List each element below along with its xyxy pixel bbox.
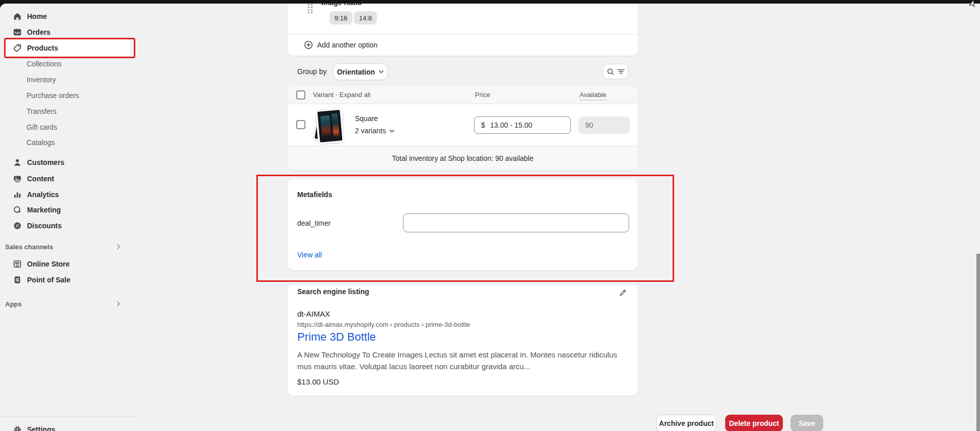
sidebar-item-label: Marketing [27, 206, 61, 214]
variants-table: Variant · Expand all Price Available Squ… [288, 86, 638, 170]
chevron-down-icon [378, 69, 384, 75]
save-button[interactable]: Save [791, 415, 823, 431]
search-filter-button[interactable] [603, 64, 628, 79]
chevron-right-icon [115, 301, 122, 307]
option-value-chip[interactable]: 9:16 [329, 11, 352, 25]
seo-card: Search engine listing dt-AIMAX https://d… [288, 284, 638, 396]
sidebar-item-online-store[interactable]: Online Store [4, 256, 131, 272]
sidebar-item-label: Online Store [27, 260, 69, 268]
variant-thumbnail[interactable] [313, 108, 347, 146]
sidebar-item-collections[interactable]: Collections [4, 56, 131, 71]
sidebar-item-label: Home [27, 12, 47, 20]
sidebar-item-analytics[interactable]: Analytics [4, 186, 131, 202]
option-title: Image Ratio [321, 4, 362, 7]
sidebar-item-label: Collections [27, 60, 61, 68]
inventory-total-footer: Total inventory at Shop location: 90 ava… [288, 146, 638, 170]
sidebar-item-label: Content [27, 175, 54, 183]
filter-icon [617, 68, 625, 75]
price-column-header: Price [475, 91, 490, 99]
archive-product-button[interactable]: Archive product [656, 415, 716, 431]
seo-page-title-link[interactable]: Prime 3D Bottle [297, 330, 376, 344]
price-value: 13.00 - 15.00 [490, 121, 533, 129]
expand-variants-button[interactable]: 2 variants [355, 127, 395, 135]
sidebar-item-label: Customers [27, 158, 64, 166]
plus-circle-icon [304, 40, 313, 50]
divider [0, 416, 135, 417]
view-all-link[interactable]: View all [297, 251, 322, 259]
seo-breadcrumb-url: https://dt-aimax.myshopify.com › product… [297, 321, 470, 328]
seo-site-name: dt-AIMAX [297, 309, 330, 318]
sidebar-item-label: Catalogs [27, 138, 55, 147]
sidebar-item-home[interactable]: Home [4, 8, 131, 24]
sidebar-item-marketing[interactable]: Marketing [4, 202, 131, 218]
sidebar-item-label: Products [27, 44, 58, 52]
content-icon [12, 174, 22, 184]
search-icon [607, 68, 614, 76]
metafields-card: Metafields deal_timer View all [288, 179, 638, 270]
sidebar-item-customers[interactable]: Customers [4, 154, 131, 170]
sidebar-item-gift-cards[interactable]: Gift cards [4, 119, 131, 135]
sidebar-item-settings[interactable]: Settings [4, 421, 131, 431]
sidebar-item-label: Purchase orders [27, 91, 79, 100]
svg-text:$: $ [16, 277, 18, 282]
variants-table-header: Variant · Expand all Price Available [288, 86, 638, 104]
edit-seo-button[interactable] [615, 285, 630, 300]
row-checkbox[interactable] [296, 120, 305, 129]
metafield-label: deal_timer [297, 219, 330, 227]
options-card: Image Ratio 9:16 14:8 Add another option [288, 4, 638, 56]
option-value-chip[interactable]: 14:8 [354, 11, 377, 25]
pencil-icon [618, 289, 627, 297]
sidebar-item-label: Discounts [27, 222, 62, 230]
select-all-checkbox[interactable] [296, 90, 305, 100]
variant-column-header[interactable]: Variant · Expand all [313, 91, 371, 99]
sidebar-item-label: Settings [27, 425, 55, 431]
vertical-scrollbar[interactable] [976, 254, 980, 431]
sidebar-item-inventory[interactable]: Inventory [4, 71, 131, 87]
products-tag-icon [12, 43, 22, 53]
sidebar-item-label: Gift cards [27, 123, 57, 131]
delete-product-button[interactable]: Delete product [725, 415, 783, 431]
group-by-dropdown[interactable]: Orientation [333, 63, 388, 80]
main-content: Image Ratio 9:16 14:8 Add another option… [135, 4, 980, 431]
available-quantity-input[interactable] [579, 116, 630, 134]
sidebar-item-products[interactable]: Products [4, 40, 131, 56]
seo-price: $13.00 USD [297, 377, 339, 386]
metafield-value-input[interactable] [403, 213, 629, 232]
customers-icon [12, 157, 22, 167]
group-by-label: Group by [297, 67, 327, 76]
marketing-icon [12, 205, 22, 215]
drag-handle-icon[interactable] [308, 4, 313, 13]
sidebar-item-orders[interactable]: Orders [4, 24, 131, 40]
sidebar-item-content[interactable]: Content [4, 171, 131, 186]
apps-header[interactable]: Apps [5, 297, 131, 310]
online-store-icon [12, 259, 22, 269]
analytics-icon [12, 189, 22, 200]
sidebar-item-label: Transfers [27, 107, 57, 115]
variant-name: Square [355, 114, 378, 123]
sidebar-item-point-of-sale[interactable]: $ Point of Sale [4, 272, 131, 288]
sidebar-item-catalogs[interactable]: Catalogs [4, 134, 131, 150]
metafields-title: Metafields [297, 190, 332, 199]
discounts-icon [12, 221, 22, 231]
sidebar-item-transfers[interactable]: Transfers [4, 103, 131, 119]
sidebar-item-purchase-orders[interactable]: Purchase orders [4, 87, 131, 103]
price-range-input[interactable]: $ 13.00 - 15.00 [474, 116, 571, 134]
app-frame: Home Orders Products Collections Invento… [0, 4, 980, 431]
seo-card-title: Search engine listing [297, 288, 369, 296]
available-column-header[interactable]: Available [580, 91, 607, 101]
seo-description: A New Technology To Create Images Lectus… [297, 349, 629, 372]
sidebar-item-label: Orders [27, 28, 51, 36]
mouse-cursor [968, 0, 976, 7]
home-icon [12, 11, 22, 21]
currency-symbol: $ [481, 121, 485, 129]
orders-icon [12, 27, 22, 37]
chevron-down-icon [389, 128, 395, 134]
sidebar-item-discounts[interactable]: Discounts [4, 218, 131, 233]
sidebar-item-label: Analytics [27, 190, 59, 199]
point-of-sale-icon: $ [12, 275, 22, 285]
add-another-option-button[interactable]: Add another option [288, 34, 638, 56]
sidebar-item-label: Inventory [27, 76, 56, 84]
sales-channels-header[interactable]: Sales channels [5, 240, 131, 253]
chevron-right-icon [115, 244, 122, 250]
variant-row: Square 2 variants $ 13.00 - 15.00 [288, 104, 638, 146]
